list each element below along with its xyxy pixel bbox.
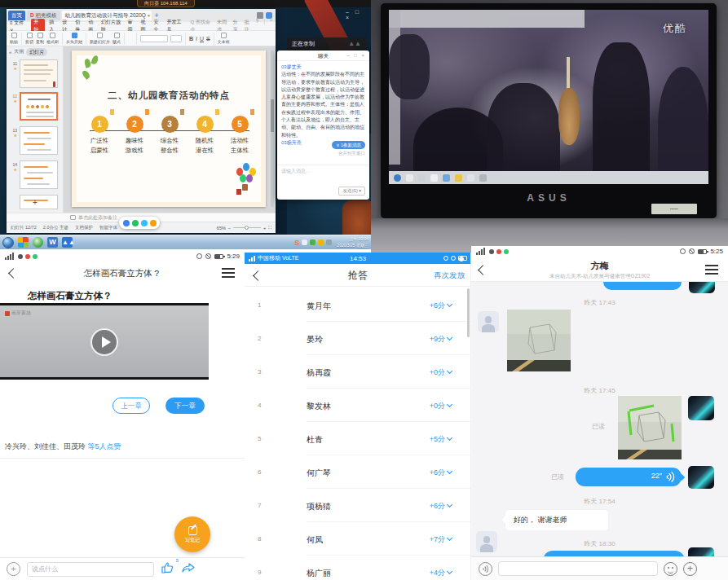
tray-icon[interactable] bbox=[318, 239, 324, 245]
text-message-bubble[interactable]: 好的， 谢谢老师 bbox=[505, 510, 608, 530]
message-input[interactable] bbox=[498, 561, 658, 576]
quiz-row[interactable]: 9杨广丽+4分 bbox=[245, 556, 471, 580]
floating-share-toolbar[interactable] bbox=[119, 217, 160, 229]
strike-button[interactable]: S bbox=[206, 36, 210, 42]
underline-button[interactable]: U bbox=[200, 36, 204, 42]
word-icon[interactable]: W bbox=[47, 237, 58, 248]
font-size-box[interactable] bbox=[170, 35, 182, 42]
compose-icon bbox=[188, 526, 197, 535]
emoji-icon[interactable] bbox=[664, 562, 677, 576]
text-message-bubble[interactable]: 方梅，你把你的作业拍给我看 bbox=[543, 551, 685, 556]
send-button[interactable]: 发送(S) ▾ bbox=[338, 187, 365, 196]
slide-thumbnail-11[interactable] bbox=[20, 59, 58, 88]
avatar[interactable] bbox=[688, 547, 714, 556]
quiz-row[interactable]: 1黄月年+6分 bbox=[245, 288, 471, 322]
play-from-start-button[interactable]: 从头开始 bbox=[66, 33, 82, 44]
tray-icon[interactable] bbox=[326, 239, 332, 245]
layout-button[interactable]: 版式 bbox=[113, 33, 121, 44]
share-icon-lightblue[interactable] bbox=[141, 220, 148, 226]
photo-message-cube-marked[interactable] bbox=[618, 396, 682, 459]
zoom-out-button[interactable]: – bbox=[228, 226, 231, 231]
theme-name[interactable]: 2.0办公 主题 bbox=[43, 225, 68, 231]
start-button[interactable] bbox=[2, 237, 14, 248]
comment-input[interactable] bbox=[27, 562, 154, 577]
video-player[interactable]: 画芽素描 bbox=[0, 303, 209, 380]
taskbar-app-icon[interactable] bbox=[18, 237, 29, 248]
photo-message-cube[interactable] bbox=[507, 310, 571, 371]
signal-icon bbox=[476, 248, 485, 255]
chat-sender-link[interactable]: 03杨芳燕 bbox=[281, 140, 302, 145]
quiz-row[interactable]: 2晏玲+9分 bbox=[245, 322, 471, 355]
share-button[interactable] bbox=[181, 561, 196, 577]
smart-font[interactable]: 智能字体 bbox=[99, 225, 117, 231]
textbox-button[interactable]: 文本框 bbox=[218, 33, 230, 44]
slide-scrollbar[interactable] bbox=[271, 51, 274, 207]
add-slide-button[interactable]: + bbox=[7, 198, 64, 207]
account-avatar[interactable] bbox=[266, 12, 272, 19]
scrollbar-thumb[interactable] bbox=[467, 288, 470, 337]
quiz-row[interactable]: 8何凤+7分 bbox=[245, 522, 471, 556]
fullscreen-icon[interactable]: ⛶ bbox=[268, 225, 271, 231]
add-icon[interactable]: + bbox=[7, 562, 20, 576]
sogou-tray-icon[interactable]: S bbox=[294, 239, 299, 247]
quiz-row[interactable]: 5杜青+5分 bbox=[245, 422, 471, 455]
zoom-in-button[interactable]: + bbox=[263, 226, 266, 231]
avatar[interactable] bbox=[478, 311, 499, 332]
merge-window-link[interactable]: 合并到主窗口 bbox=[281, 150, 365, 157]
cut-button[interactable]: 剪切 bbox=[25, 33, 33, 44]
like-button[interactable]: 5 bbox=[161, 561, 174, 578]
share-icon-blue[interactable] bbox=[123, 220, 130, 226]
likes-row[interactable]: 冷兴玲、刘佳佳、田茂玲 等5人点赞 bbox=[5, 442, 121, 452]
new-slide-button[interactable]: 新建幻灯片 bbox=[90, 33, 110, 44]
tab-outline[interactable]: 大纲 bbox=[14, 48, 24, 55]
panel-collapse-icon[interactable]: « bbox=[9, 50, 11, 55]
tray-icon[interactable] bbox=[302, 239, 307, 245]
slide-canvas[interactable]: 二、幼儿园教育活动的特点 A1 广泛性启蒙性 B2 趣味性游戏性 C3 综合 bbox=[72, 51, 266, 207]
slide-thumbnail-12-selected[interactable] bbox=[20, 92, 58, 121]
avatar[interactable] bbox=[688, 466, 714, 489]
attach-plus-icon[interactable]: + bbox=[683, 562, 697, 576]
apps-icon[interactable] bbox=[257, 12, 263, 19]
write-note-fab[interactable]: 写笔记 bbox=[174, 516, 210, 552]
likes-more-link[interactable]: 等5人点赞 bbox=[88, 442, 121, 450]
share-icon-yellow[interactable] bbox=[150, 220, 157, 226]
hamburger-menu-icon[interactable] bbox=[705, 269, 718, 270]
taskbar-clock[interactable]: 上午 10:042020/3/25 星期三 bbox=[337, 236, 368, 248]
chat-sender-link[interactable]: 03廖芝美 bbox=[281, 64, 365, 71]
share-icon-green[interactable] bbox=[132, 220, 139, 226]
paste-button[interactable]: 粘贴 bbox=[10, 33, 18, 44]
doc-protect[interactable]: 文档保护 bbox=[75, 225, 93, 231]
screenshot-collage: 向日葵 104.168.114 – □ × 正在录制 ▲▲ 首页 D 稻壳模板 … bbox=[0, 0, 728, 580]
italic-button[interactable]: I bbox=[196, 36, 197, 42]
quiz-row[interactable]: 3杨再霞+0分 bbox=[245, 355, 471, 389]
hamburger-menu-icon[interactable] bbox=[222, 272, 235, 274]
avatar[interactable] bbox=[688, 396, 714, 420]
bold-button[interactable]: B bbox=[189, 36, 193, 42]
wps-icon[interactable]: ▲▲ bbox=[62, 237, 73, 248]
reissue-button[interactable]: 再次发放 bbox=[434, 264, 465, 287]
voice-message-bubble[interactable]: 22″ bbox=[576, 468, 682, 486]
browser-icon[interactable] bbox=[33, 237, 43, 248]
gift-clipart bbox=[236, 189, 241, 195]
play-button[interactable] bbox=[90, 328, 118, 356]
next-chapter-button[interactable]: 下一章 bbox=[165, 398, 205, 414]
quiz-row[interactable]: 6何广琴+6分 bbox=[245, 455, 471, 489]
slide-thumbnail-14[interactable] bbox=[20, 160, 58, 189]
quiz-row[interactable]: 7项杨猜+6分 bbox=[245, 489, 471, 522]
quiz-row[interactable]: 4黎发林+0分 bbox=[245, 389, 471, 422]
previous-chapter-button[interactable]: 上一章 bbox=[113, 398, 150, 414]
chat-input-placeholder[interactable]: 请输入消息... bbox=[277, 165, 369, 178]
new-message-button[interactable]: ∨ 1条新消息 bbox=[332, 141, 365, 150]
font-name-box[interactable] bbox=[140, 35, 168, 42]
slide-panel: « 大纲 幻灯片 11★ 12★ bbox=[7, 46, 64, 213]
chat-window-controls[interactable]: – □ × bbox=[346, 51, 366, 61]
tab-slides[interactable]: 幻灯片 bbox=[26, 48, 47, 56]
voice-input-icon[interactable] bbox=[479, 562, 492, 576]
slide-thumbnail-13[interactable] bbox=[20, 126, 58, 155]
remote-control-banner: 向日葵 104.168.114 bbox=[137, 0, 195, 7]
tray-icon[interactable] bbox=[310, 239, 315, 245]
format-painter-button[interactable]: 格式刷 bbox=[46, 33, 59, 44]
background-window-controls[interactable]: – □ × bbox=[346, 9, 371, 20]
zoom-slider[interactable] bbox=[233, 227, 261, 228]
copy-button[interactable]: 复制 bbox=[36, 33, 44, 44]
